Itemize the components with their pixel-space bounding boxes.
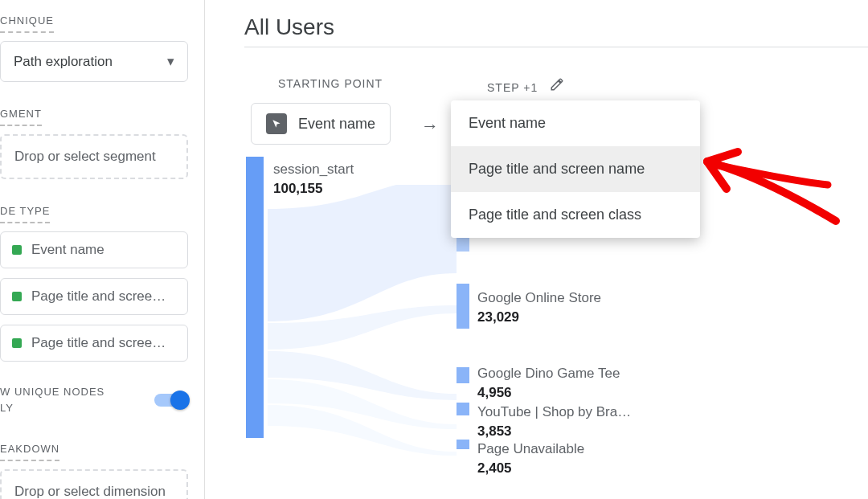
step1-node-label: Page Unavailable — [477, 441, 584, 457]
step1-node-bar[interactable] — [457, 403, 469, 415]
starting-point-chip-label: Event name — [298, 116, 375, 133]
config-sidebar: CHNIQUE Path exploration ▾ GMENT Drop or… — [0, 0, 205, 499]
step-dimension-dropdown: Event name Page title and screen name Pa… — [451, 100, 700, 238]
unique-nodes-label: W UNIQUE NODES LY — [0, 384, 104, 415]
step1-node-bar[interactable] — [457, 367, 469, 383]
node-type-section-label: DE TYPE — [0, 205, 50, 223]
node-type-chip[interactable]: Page title and scree… — [0, 325, 188, 362]
start-node-value: 100,155 — [273, 181, 322, 197]
step1-node-value: 2,405 — [477, 460, 512, 477]
starting-point-chip[interactable]: Event name — [251, 103, 391, 145]
dropdown-item-page-title-screen-class[interactable]: Page title and screen class — [451, 192, 700, 238]
step1-node-value: 4,956 — [477, 385, 512, 401]
node-type-chip-label: Page title and scree… — [31, 335, 166, 351]
starting-point-container: Event name — [251, 103, 391, 145]
unique-nodes-toggle-row: W UNIQUE NODES LY — [0, 384, 188, 415]
start-node-bar[interactable] — [246, 157, 264, 438]
step1-node-bar[interactable] — [457, 284, 469, 329]
page-title: All Users — [244, 14, 868, 40]
technique-select-value: Path exploration — [14, 54, 113, 70]
step-plus-1-header: STEP +1 — [487, 77, 564, 94]
step1-node-label: Google Online Store — [477, 290, 601, 306]
caret-down-icon: ▾ — [167, 53, 174, 70]
node-type-chip[interactable]: Page title and scree… — [0, 278, 188, 315]
unique-nodes-toggle[interactable] — [154, 394, 188, 407]
toggle-knob-icon — [170, 391, 190, 410]
technique-select[interactable]: Path exploration ▾ — [0, 41, 188, 82]
technique-section-label: CHNIQUE — [0, 14, 54, 33]
step1-node-bar[interactable] — [457, 440, 469, 449]
step1-node-label: Google Dino Game Tee — [477, 366, 620, 382]
node-type-chip-label: Page title and scree… — [31, 288, 166, 305]
node-type-chip[interactable]: Event name — [0, 231, 188, 268]
step1-node-value: 3,853 — [477, 423, 512, 440]
segment-dropzone[interactable]: Drop or select segment — [0, 134, 188, 179]
dimension-dot-icon — [12, 245, 22, 255]
pencil-icon[interactable] — [550, 77, 564, 94]
dimension-dot-icon — [12, 338, 22, 348]
step1-node-label: YouTube | Shop by Bra… — [477, 404, 631, 420]
breakdown-dropzone[interactable]: Drop or select dimension — [0, 469, 188, 499]
dropdown-item-page-title-screen-name[interactable]: Page title and screen name — [451, 146, 700, 192]
node-type-chip-label: Event name — [31, 242, 104, 258]
cursor-icon — [266, 113, 287, 134]
starting-point-header: STARTING POINT — [278, 77, 383, 90]
step1-node-value: 23,029 — [477, 309, 519, 325]
dimension-dot-icon — [12, 292, 22, 301]
start-node-label: session_start — [273, 162, 354, 178]
breakdown-section-label: EAKDOWN — [0, 443, 59, 461]
arrow-right-icon: → — [421, 116, 439, 137]
title-divider — [244, 47, 868, 47]
segment-section-label: GMENT — [0, 108, 42, 126]
dropdown-item-event-name[interactable]: Event name — [451, 100, 700, 146]
